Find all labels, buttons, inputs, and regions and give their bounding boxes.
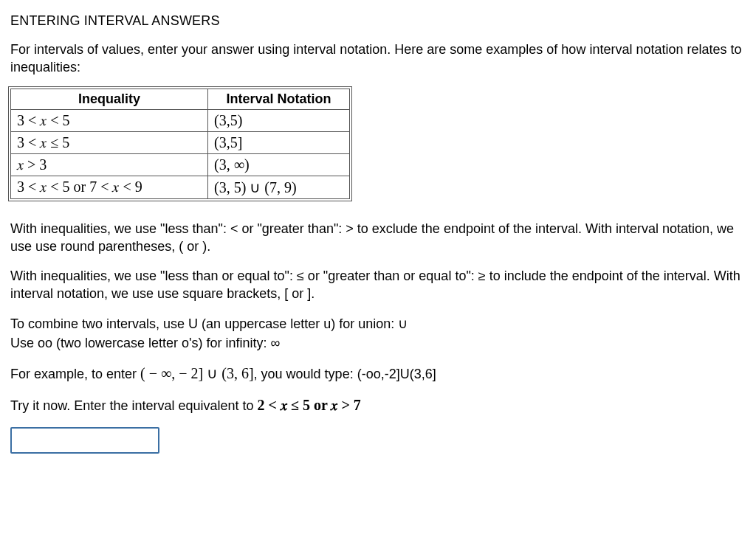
paragraph-include: With inequalities, we use "less than or … (10, 267, 746, 303)
table-row: 3 < 𝑥 ≤ 5 (3,5] (11, 131, 350, 153)
cell-inequality: 3 < 𝑥 < 5 or 7 < 𝑥 < 9 (11, 176, 208, 198)
try-math: 2 < 𝑥 ≤ 5 or 𝑥 > 7 (258, 397, 361, 413)
cell-interval: (3,5] (208, 131, 350, 153)
notation-table: Inequality Interval Notation 3 < 𝑥 < 5 (… (10, 89, 350, 199)
answer-input[interactable] (10, 427, 159, 454)
page-title: ENTERING INTERVAL ANSWERS (10, 13, 746, 29)
example-suffix: , you would type: (-oo,-2]U(3,6] (254, 367, 436, 381)
paragraph-union-1: To combine two intervals, use U (an uppe… (10, 315, 746, 333)
cell-inequality: 𝑥 > 3 (11, 153, 208, 176)
paragraph-exclude: With inequalities, we use "less than": <… (10, 220, 746, 256)
cell-inequality: 3 < 𝑥 ≤ 5 (11, 131, 208, 153)
cell-interval: (3,5) (208, 109, 350, 131)
cell-inequality: 3 < 𝑥 < 5 (11, 109, 208, 131)
paragraph-union-2: Use oo (two lowercase letter o's) for in… (10, 334, 746, 352)
table-row: 𝑥 > 3 (3, ∞) (11, 153, 350, 176)
example-math: ( − ∞, − 2] ∪ (3, 6] (140, 365, 253, 381)
paragraph-try: Try it now. Enter the interval equivalen… (10, 395, 746, 415)
col-header-interval: Interval Notation (208, 89, 350, 109)
cell-interval: (3, ∞) (208, 153, 350, 176)
example-prefix: For example, to enter (10, 367, 140, 381)
table-row: 3 < 𝑥 < 5 (3,5) (11, 109, 350, 131)
cell-interval: (3, 5) ∪ (7, 9) (208, 176, 350, 198)
table-header-row: Inequality Interval Notation (11, 89, 350, 109)
intro-paragraph: For intervals of values, enter your answ… (10, 41, 746, 77)
paragraph-example: For example, to enter ( − ∞, − 2] ∪ (3, … (10, 364, 746, 384)
try-prefix: Try it now. Enter the interval equivalen… (10, 398, 258, 413)
table-row: 3 < 𝑥 < 5 or 7 < 𝑥 < 9 (3, 5) ∪ (7, 9) (11, 176, 350, 198)
col-header-inequality: Inequality (11, 89, 208, 109)
